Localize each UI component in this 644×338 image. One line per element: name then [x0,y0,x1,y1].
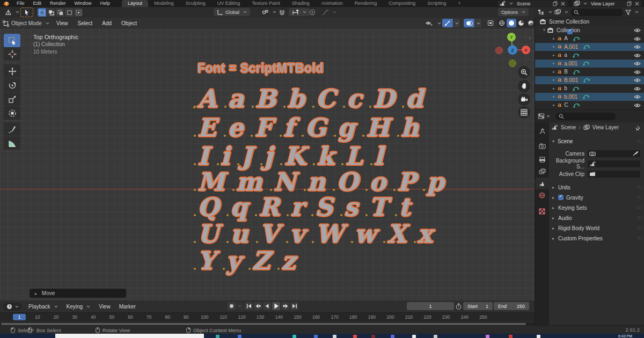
navigation-gizmo[interactable]: Y X Z [494,30,532,69]
pivot-point-dropdown[interactable] [259,8,280,16]
scene-selector[interactable]: Scene [497,1,568,6]
scrollbar-thumb[interactable] [1,323,526,325]
workspace-tab-rendering[interactable]: Rendering [349,0,383,7]
close-icon[interactable] [634,1,640,6]
workspace-tab-compositing[interactable]: Compositing [383,0,421,7]
hide-in-viewport-icon[interactable] [634,86,641,91]
scene-name[interactable]: Scene [515,1,550,6]
transform-orientation-dropdown[interactable]: Global [214,8,250,16]
glyph-object[interactable]: Q [197,193,219,221]
taskbar-app-icon[interactable] [314,335,318,338]
taskbar-app-icon[interactable] [391,335,394,338]
tool-scale-button[interactable] [4,92,20,106]
copy-icon[interactable] [626,1,632,6]
glyph-object[interactable]: D [373,85,394,113]
topbar-menu-help[interactable]: Help [96,0,115,7]
options-dropdown[interactable]: Options [498,8,529,16]
overlays-dropdown[interactable] [475,19,481,27]
select-mode-extend[interactable] [47,8,56,17]
section-custom-properties[interactable]: Custom Properties [549,234,644,243]
taskbar-app-icon[interactable] [412,335,416,338]
current-frame-field[interactable]: 1 [407,302,454,310]
auto-keying-toggle[interactable] [228,302,236,310]
section-rigid-body-world[interactable]: Rigid Body World [549,224,644,232]
section-grip[interactable] [637,205,642,210]
select-mode-intersect[interactable] [74,8,83,17]
glyph-object[interactable]: n [308,168,325,196]
view-layer-name[interactable]: View Layer [589,1,624,6]
outliner-item-A[interactable]: aA [535,34,644,43]
glyph-object[interactable]: J [241,142,253,170]
outliner-collection[interactable]: Collection [535,26,644,35]
zoom-button[interactable] [518,66,530,78]
outliner-filter-button[interactable] [625,10,631,15]
glyph-object[interactable]: T [369,193,387,221]
properties-tab-scene[interactable] [535,178,549,189]
section-grip[interactable] [637,236,642,241]
glyph-object[interactable]: a [228,85,244,113]
viewport-menu-view[interactable]: View [52,18,73,29]
gizmo-dropdown[interactable] [454,19,460,27]
hide-in-viewport-icon[interactable] [634,53,641,58]
glyph-object[interactable]: x [418,220,432,248]
hide-in-viewport-icon[interactable] [634,94,641,99]
shading-wireframe[interactable] [497,19,507,27]
add-workspace-tab[interactable]: + [452,0,466,7]
workspace-tab-texture-paint[interactable]: Texture Paint [246,0,286,7]
tool-select-box-button[interactable] [4,34,20,47]
hide-in-viewport-icon[interactable] [634,103,641,108]
outliner-scene-collection[interactable]: Scene Collection [535,18,644,26]
taskbar-app-icon[interactable] [486,335,489,338]
falloff-dropdown[interactable] [319,8,340,16]
workspace-tab-sculpting[interactable]: Sculpting [180,0,211,7]
properties-tab-tool[interactable] [535,126,549,137]
glyph-object[interactable]: U [197,220,219,248]
section-units[interactable]: Units [549,183,644,192]
expand-arrow[interactable] [551,78,557,82]
prop-field-input[interactable] [588,160,640,167]
active-tool-select-box[interactable] [20,8,33,17]
playhead[interactable]: 1 [13,314,26,320]
workspace-tab-scripting[interactable]: Scripting [421,0,452,7]
glyph-object[interactable]: R [259,193,279,221]
expand-arrow[interactable] [551,61,557,65]
glyph-object[interactable]: z [281,247,295,275]
glyph-object[interactable]: V [260,220,279,248]
taskbar-app-icon[interactable] [238,335,241,338]
glyph-object[interactable]: p [427,168,444,196]
taskbar-app-icon[interactable] [434,335,437,338]
expand-arrow[interactable] [551,86,557,91]
glyph-object[interactable]: P [397,168,416,196]
properties-search-input[interactable] [555,113,616,120]
section-audio[interactable]: Audio [549,214,644,222]
collection-checkbox[interactable] [567,29,573,34]
outliner-item-B[interactable]: aB [535,68,644,76]
tool-transform-button[interactable] [4,106,20,120]
shading-solid[interactable] [507,19,516,27]
glyph-object[interactable]: W [316,220,343,248]
glyph-object[interactable]: S [315,193,333,221]
object-visibility-dropdown[interactable] [424,20,435,26]
glyph-object[interactable]: o [369,168,386,196]
taskbar-app-icon[interactable] [509,335,513,338]
tool-move-button[interactable] [4,64,20,78]
glyph-object[interactable]: Y [197,247,215,275]
glyph-object[interactable]: u [230,220,248,248]
glyph-object[interactable]: X [387,220,406,248]
taskbar-app-icon[interactable] [371,335,375,338]
glyph-object[interactable]: N [274,168,296,196]
view-layer-selector[interactable]: View Layer [572,1,642,6]
use-preview-range-toggle[interactable] [456,303,462,310]
play-reverse-button[interactable] [263,302,271,310]
proportional-editing-toggle[interactable] [309,9,316,16]
topbar-menu-file[interactable]: File [12,0,29,7]
glyph-object[interactable]: i [221,142,230,170]
glyph-object[interactable]: G [305,114,326,142]
keying-dropdown[interactable] [236,302,244,310]
outliner-item-C[interactable]: aC [535,101,644,109]
glyph-object[interactable]: m [236,168,262,196]
jump-to-start-button[interactable] [245,302,253,310]
outliner-item-a.001[interactable]: aa.001 [535,60,644,68]
glyph-object[interactable]: O [336,168,358,196]
timeline-menu-marker[interactable]: Marker [115,304,140,310]
